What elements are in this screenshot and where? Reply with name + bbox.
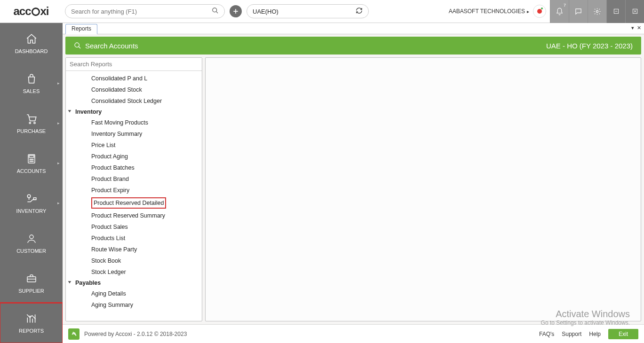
svg-point-19 — [32, 161, 33, 162]
svg-point-17 — [30, 161, 31, 162]
page-header-bar: Search Accounts UAE - HO (FY 2023 - 2023… — [65, 37, 641, 55]
report-item[interactable]: Product Reserved Detailed — [66, 196, 202, 210]
chevron-right-icon: ▸ — [57, 161, 60, 165]
settings-button[interactable] — [588, 0, 606, 23]
report-item[interactable]: Product Expiry — [66, 185, 202, 196]
svg-point-16 — [32, 159, 33, 160]
notifications-button[interactable]: 7 — [550, 0, 569, 23]
report-item[interactable]: Product Brand — [66, 173, 202, 185]
footer-link-faqs[interactable]: FAQ's — [539, 331, 554, 337]
svg-point-20 — [27, 195, 31, 198]
nav-purchase[interactable]: PURCHASE ▸ — [0, 103, 63, 143]
logo-part1: acc — [13, 5, 31, 18]
tab-menu-icon[interactable]: ▾ — [631, 25, 634, 31]
chevron-right-icon: ▸ — [57, 201, 60, 205]
report-item[interactable]: Product Aging — [66, 151, 202, 162]
report-item[interactable]: Stock Book — [66, 255, 202, 266]
fiscal-context: UAE - HO (FY 2023 - 2023) — [546, 42, 633, 50]
svg-point-4 — [596, 10, 598, 12]
close-button[interactable] — [625, 0, 644, 23]
footer-link-help[interactable]: Help — [589, 331, 601, 337]
report-item[interactable]: Fast Moving Products — [66, 117, 202, 128]
report-item[interactable]: Aging Summary — [66, 299, 202, 311]
top-bar: accxi UAE(HO) AABASOFT TECHNOLOGIES ▸ 7 — [0, 0, 644, 23]
notif-badge: 7 — [564, 3, 566, 8]
report-item[interactable]: Price List — [66, 140, 202, 151]
svg-point-22 — [30, 235, 33, 239]
report-item[interactable]: Product Reserved Summary — [66, 210, 202, 221]
nav-label: SUPPLIER — [18, 288, 44, 294]
logo-o-icon — [32, 8, 40, 16]
nav-label: DASHBOARD — [15, 48, 48, 54]
briefcase-icon — [24, 272, 39, 285]
messages-button[interactable] — [569, 0, 588, 23]
nav-accounts[interactable]: ACCOUNTS ▸ — [0, 143, 63, 183]
company-name: AABASOFT TECHNOLOGIES — [449, 8, 525, 15]
svg-point-15 — [31, 159, 32, 160]
report-search-input[interactable] — [66, 58, 202, 70]
footer-powered-text: Powered by Accoxi - 2.0.12 © 2018-2023 — [84, 331, 187, 337]
report-list-panel: Consolidated P and LConsolidated StockCo… — [65, 57, 202, 321]
global-search[interactable] — [65, 4, 225, 18]
report-item[interactable]: Product Sales — [66, 221, 202, 233]
footer-bar: Powered by Accoxi - 2.0.12 © 2018-2023 F… — [63, 324, 644, 343]
red-dot-icon — [537, 9, 542, 14]
report-item[interactable]: Inventory Summary — [66, 128, 202, 140]
nav-label: INVENTORY — [16, 208, 47, 214]
inventory-icon — [24, 192, 39, 205]
footer-logo-icon — [68, 328, 80, 340]
tree-section-payables[interactable]: Payables — [66, 278, 202, 288]
svg-rect-13 — [29, 156, 34, 157]
nav-reports[interactable]: REPORTS — [0, 303, 63, 343]
report-item[interactable]: Route Wise Party — [66, 244, 202, 255]
location-value: UAE(HO) — [253, 8, 278, 15]
report-search[interactable] — [66, 58, 202, 71]
chevron-right-icon: ▸ — [527, 9, 529, 14]
calculator-icon — [24, 152, 39, 165]
nav-supplier[interactable]: SUPPLIER — [0, 263, 63, 303]
search-icon — [212, 7, 219, 16]
footer-links: FAQ's Support Help Exit — [539, 329, 638, 339]
nav-sales[interactable]: SALES ▸ — [0, 63, 63, 103]
svg-point-25 — [75, 43, 79, 47]
nav-label: REPORTS — [19, 328, 44, 334]
location-selector[interactable]: UAE(HO) — [246, 4, 369, 18]
chevron-right-icon: ▸ — [57, 81, 60, 86]
svg-point-10 — [29, 122, 31, 124]
report-item[interactable]: Consolidated Stock — [66, 84, 202, 95]
company-selector[interactable]: AABASOFT TECHNOLOGIES ▸ — [449, 8, 529, 15]
report-item[interactable]: Products List — [66, 233, 202, 244]
add-button[interactable] — [230, 5, 242, 17]
nav-dashboard[interactable]: DASHBOARD — [0, 23, 63, 63]
person-icon — [24, 232, 39, 245]
left-nav: DASHBOARD SALES ▸ PURCHASE ▸ ACCOUNTS ▸ … — [0, 23, 63, 343]
refresh-icon[interactable] — [356, 7, 363, 16]
system-icons: 7 — [550, 0, 644, 23]
report-item[interactable]: Consolidated P and L — [66, 73, 202, 84]
content-row: Consolidated P and LConsolidated StockCo… — [63, 55, 644, 324]
report-item[interactable]: Consolidated Stock Ledger — [66, 95, 202, 107]
nav-customer[interactable]: CUSTOMER — [0, 223, 63, 263]
global-search-input[interactable] — [71, 8, 212, 15]
minimize-button[interactable] — [606, 0, 625, 23]
svg-point-11 — [33, 122, 35, 124]
report-tree[interactable]: Consolidated P and LConsolidated StockCo… — [66, 71, 202, 321]
bag-icon — [24, 72, 39, 86]
app-logo: accxi — [0, 0, 62, 23]
nav-label: CUSTOMER — [16, 248, 46, 254]
nav-label: SALES — [23, 88, 40, 94]
svg-point-18 — [31, 161, 32, 162]
report-item[interactable]: Stock Ledger — [66, 266, 202, 278]
nav-inventory[interactable]: INVENTORY ▸ — [0, 183, 63, 223]
report-item[interactable]: Product Batches — [66, 162, 202, 173]
exit-button[interactable]: Exit — [608, 329, 638, 339]
nav-label: ACCOUNTS — [17, 168, 46, 174]
tab-close-icon[interactable]: ✕ — [637, 25, 641, 31]
tab-reports[interactable]: Reports — [65, 24, 97, 34]
footer-link-support[interactable]: Support — [562, 331, 581, 337]
tree-section-inventory[interactable]: Inventory — [66, 107, 202, 117]
report-item[interactable]: Aging Details — [66, 288, 202, 299]
svg-line-1 — [216, 11, 218, 13]
status-indicator[interactable] — [533, 5, 546, 18]
main-area: Reports ▾ ✕ Search Accounts UAE - HO (FY… — [63, 23, 644, 343]
